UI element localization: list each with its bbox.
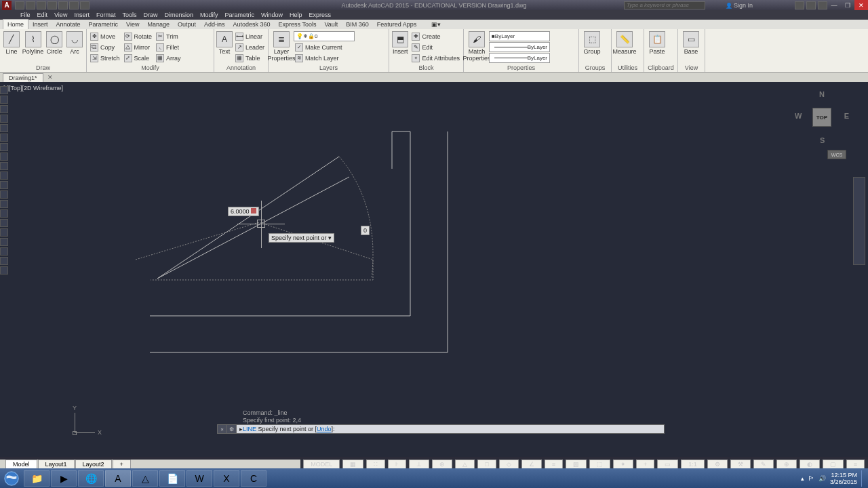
status-customize-icon[interactable]: ≡ [846, 460, 865, 469]
taskbar-explorer-icon[interactable]: 📁 [24, 470, 50, 487]
tab-view[interactable]: View [122, 20, 143, 29]
new-tab-button[interactable]: ✕ [47, 74, 53, 81]
panel-title-properties[interactable]: Properties [464, 64, 578, 72]
status-otrack-icon[interactable]: ∠ [521, 460, 542, 469]
qat-save[interactable] [37, 1, 46, 9]
status-model[interactable]: MODEL [303, 460, 340, 469]
table-button[interactable]: ▦Table [234, 53, 266, 63]
tab-vault[interactable]: Vault [320, 20, 342, 29]
taskbar-mediaplayer-icon[interactable]: ▶ [51, 470, 77, 487]
viewcube-top-face[interactable]: TOP [812, 108, 831, 127]
taskbar-notepad-icon[interactable]: 📄 [159, 470, 185, 487]
menu-dimension[interactable]: Dimension [164, 12, 193, 18]
stretch-button[interactable]: ⇲Stretch [89, 53, 121, 63]
panel-title-annotation[interactable]: Annotation [214, 64, 268, 72]
status-dynamic-icon[interactable]: + [636, 460, 654, 469]
add-layout-button[interactable]: + [113, 460, 131, 469]
maximize-button[interactable]: ❐ [841, 0, 854, 10]
menu-file[interactable]: File [20, 12, 31, 18]
tab-parametric[interactable]: Parametric [85, 20, 123, 29]
copy-button[interactable]: ⿻Copy [89, 42, 121, 52]
tab-addins[interactable]: Add-ins [200, 20, 229, 29]
tab-bim360[interactable]: BIM 360 [342, 20, 373, 29]
status-selection-icon[interactable]: ⬚ [589, 460, 610, 469]
tab-manage[interactable]: Manage [143, 20, 174, 29]
qat-redo[interactable] [80, 1, 90, 9]
menu-help[interactable]: Help [290, 12, 302, 18]
fillet-button[interactable]: ◟Fillet [155, 42, 182, 52]
status-cleanscreen-icon[interactable]: ▢ [823, 460, 844, 469]
qat-plot[interactable] [58, 1, 68, 9]
status-annoscale-icon[interactable]: ⚙ [707, 460, 728, 469]
navigation-bar[interactable] [853, 177, 865, 265]
lineweight-selector[interactable]: ByLayer [489, 42, 550, 52]
status-osnap-icon[interactable]: □ [477, 460, 496, 469]
view-cube[interactable]: TOP N S E W [795, 90, 849, 144]
tray-clock[interactable]: 12:15 PM 3/26/2015 [830, 472, 857, 485]
status-infer-icon[interactable]: ⊦ [388, 460, 406, 469]
status-snap-icon[interactable]: ∷ [366, 460, 385, 469]
drawing-area[interactable]: [-][Top][2D Wireframe] [0, 82, 868, 457]
dropdown-icon[interactable]: ▾ [328, 235, 332, 241]
layout-layout1[interactable]: Layout1 [38, 460, 75, 469]
menu-edit[interactable]: Edit [37, 12, 48, 18]
tab-home[interactable]: Home [3, 19, 28, 29]
menu-draw[interactable]: Draw [143, 12, 157, 18]
tab-expresstools[interactable]: Express Tools [275, 20, 321, 29]
qat-open[interactable] [26, 1, 35, 9]
create-block-button[interactable]: ✚Create [410, 31, 461, 41]
menu-tools[interactable]: Tools [122, 12, 136, 18]
trim-button[interactable]: ✂Trim [155, 31, 182, 41]
stay-connected-icon[interactable] [806, 1, 816, 9]
status-qprops-icon[interactable]: ▭ [657, 460, 678, 469]
menu-window[interactable]: Window [261, 12, 283, 18]
paste-button[interactable]: 📋Paste [646, 30, 668, 55]
viewcube-west[interactable]: W [795, 112, 802, 120]
move-button[interactable]: ✥Move [89, 31, 121, 41]
rotate-button[interactable]: ⟳Rotate [123, 31, 154, 41]
status-hardware-icon[interactable]: ⊕ [776, 460, 797, 469]
dynamic-angle-input[interactable]: 0 [361, 226, 370, 235]
status-annotation-icon[interactable]: ✎ [753, 460, 774, 469]
panel-title-utilities[interactable]: Utilities [612, 64, 644, 72]
text-button[interactable]: AText [216, 30, 233, 55]
layer-properties-button[interactable]: ≣Layer Properties [271, 30, 292, 62]
drawing-canvas[interactable] [0, 82, 868, 457]
edit-block-button[interactable]: ✎Edit [410, 42, 461, 52]
tab-annotate[interactable]: Annotate [52, 20, 85, 29]
menu-format[interactable]: Format [96, 12, 116, 18]
panel-title-view[interactable]: View [678, 64, 705, 72]
group-button[interactable]: ⬚Group [581, 30, 603, 55]
layout-layout2[interactable]: Layout2 [75, 460, 112, 469]
status-3dosnap-icon[interactable]: ◇ [499, 460, 519, 469]
layout-model[interactable]: Model [5, 460, 37, 469]
status-gizmo-icon[interactable]: ✦ [613, 460, 633, 469]
taskbar-excel-icon[interactable]: X [214, 470, 239, 487]
taskbar-chrome-icon[interactable]: 🌐 [78, 470, 104, 487]
panel-title-clipboard[interactable]: Clipboard [644, 64, 677, 72]
base-view-button[interactable]: ▭Base [680, 30, 702, 55]
menu-view[interactable]: View [54, 12, 67, 18]
color-selector[interactable]: ■ ByLayer [489, 31, 550, 41]
linear-dim-button[interactable]: ⟷Linear [234, 31, 266, 41]
close-button[interactable]: ✕ [854, 0, 868, 10]
menu-modify[interactable]: Modify [200, 12, 218, 18]
viewcube-north[interactable]: N [819, 90, 825, 98]
dynamic-distance-input[interactable]: 6.0000 [228, 207, 259, 216]
file-tab-drawing1[interactable]: Drawing1* [3, 73, 43, 82]
menu-express[interactable]: Express [309, 12, 332, 18]
mirror-button[interactable]: ⧋Mirror [123, 42, 154, 52]
edit-attributes-button[interactable]: ⌖Edit Attributes [410, 53, 461, 63]
cmdline-close-icon[interactable]: × [218, 425, 227, 433]
ribbon-options-icon[interactable]: ▣▾ [427, 20, 445, 29]
tab-autodesk360[interactable]: Autodesk 360 [229, 20, 275, 29]
line-button[interactable]: ╱Line [2, 30, 21, 55]
status-workspace-icon[interactable]: ⚒ [730, 460, 751, 469]
tab-featuredapps[interactable]: Featured Apps [373, 20, 421, 29]
panel-title-block[interactable]: Block [389, 64, 463, 72]
menu-insert[interactable]: Insert [74, 12, 90, 18]
status-transparency-icon[interactable]: ▨ [566, 460, 587, 469]
minimize-button[interactable]: — [827, 0, 841, 10]
qat-saveas[interactable] [47, 1, 57, 9]
start-button[interactable] [0, 468, 23, 488]
